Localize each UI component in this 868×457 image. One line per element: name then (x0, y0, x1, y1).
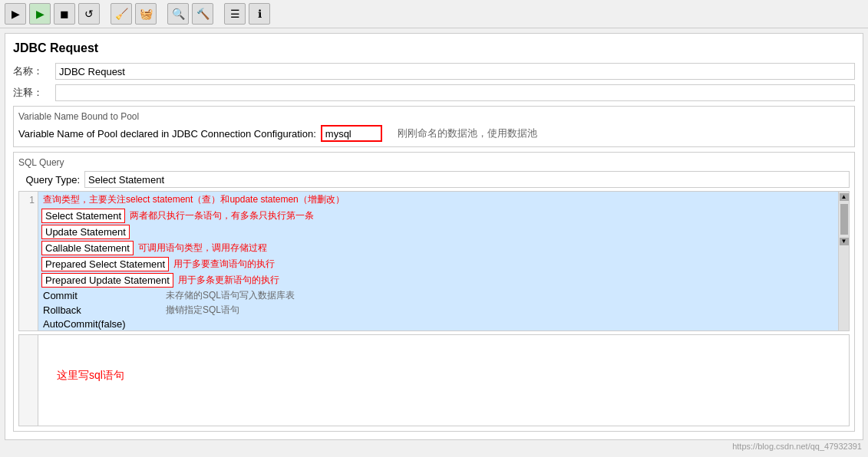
select-statement-item[interactable]: Select Statement (41, 209, 125, 223)
start-button[interactable]: ▶ (5, 3, 26, 25)
name-input[interactable] (55, 63, 855, 80)
info-button[interactable]: ℹ (249, 3, 270, 25)
prepared-update-row: Prepared Update Statement 用于多条更新语句的执行 (38, 272, 838, 288)
update-statement-row: Update Statement (38, 224, 838, 240)
scrollbar[interactable]: ▲ ▼ (838, 192, 849, 330)
editor-line-numbers (19, 335, 38, 426)
pool-row: Variable Name of Pool declared in JDBC C… (18, 125, 850, 142)
comment-input[interactable] (55, 84, 855, 101)
comment-label: 注释： (13, 86, 55, 100)
undo-button[interactable]: ↺ (78, 3, 100, 25)
update-statement-item[interactable]: Update Statement (41, 225, 130, 239)
line-numbers: 1 (19, 192, 38, 330)
prepared-select-item[interactable]: Prepared Select Statement (41, 257, 169, 271)
query-type-row: Query Type: Select Statement Update Stat… (18, 171, 850, 188)
start-green-button[interactable]: ▶ (29, 3, 51, 25)
rollback-item[interactable]: Rollback (43, 304, 166, 316)
select-statement-row: Select Statement 两者都只执行一条语句，有多条只执行第一条 (38, 208, 838, 224)
callable-statement-comment: 可调用语句类型，调用存储过程 (138, 242, 267, 255)
editor-content[interactable]: 这里写sql语句 (38, 335, 849, 426)
autocommit-item[interactable]: AutoCommit(false) (43, 318, 126, 330)
rollback-comment: 撤销指定SQL语句 (166, 304, 239, 317)
select-statement-comment: 两者都只执行一条语句，有多条只执行第一条 (130, 209, 314, 222)
hammer-button[interactable]: 🔨 (192, 3, 213, 25)
dropdown-list: 查询类型，主要关注select statement（查）和update stat… (38, 192, 838, 330)
autocommit-row: AutoCommit(false) (38, 317, 838, 330)
prepared-update-comment: 用于多条更新语句的执行 (178, 274, 279, 287)
annotation-query-type: 查询类型，主要关注select statement（查）和update stat… (38, 192, 838, 208)
commit-row: Commit 未存储的SQL语句写入数据库表 (38, 288, 838, 303)
pool-section: Variable Name Bound to Pool Variable Nam… (13, 106, 855, 147)
commit-comment: 未存储的SQL语句写入数据库表 (166, 289, 295, 302)
callable-statement-row: Callable Statement 可调用语句类型，调用存储过程 (38, 240, 838, 256)
prepared-select-comment: 用于多要查询语句的执行 (173, 258, 275, 271)
sql-section: SQL Query Query Type: Select Statement U… (13, 152, 855, 432)
watermark: https://blog.csdn.net/qq_47932391 (732, 442, 862, 445)
sql-editor[interactable]: 这里写sql语句 (18, 334, 850, 426)
pool-comment: 刚刚命名的数据池，使用数据池 (398, 127, 537, 140)
sql-placeholder-comment: 这里写sql语句 (41, 338, 846, 413)
pool-section-title: Variable Name Bound to Pool (18, 111, 850, 122)
rollback-row: Rollback 撤销指定SQL语句 (38, 303, 838, 317)
callable-statement-item[interactable]: Callable Statement (41, 241, 134, 255)
sql-section-title: SQL Query (18, 157, 850, 168)
query-type-select[interactable]: Select Statement Update Statement Callab… (84, 171, 850, 188)
dropdown-area: 1 查询类型，主要关注select statement（查）和update st… (18, 191, 850, 331)
prepared-update-item[interactable]: Prepared Update Statement (41, 273, 173, 288)
name-row: 名称： (13, 63, 855, 80)
prepared-select-row: Prepared Select Statement 用于多要查询语句的执行 (38, 256, 838, 272)
commit-item[interactable]: Commit (43, 290, 166, 301)
broom2-button[interactable]: 🧺 (135, 3, 157, 25)
query-type-label: Query Type: (18, 174, 80, 186)
name-label: 名称： (13, 64, 55, 78)
panel-title: JDBC Request (13, 41, 855, 55)
main-panel: JDBC Request 名称： 注释： Variable Name Bound… (5, 33, 863, 440)
list-button[interactable]: ☰ (224, 3, 246, 25)
pool-label: Variable Name of Pool declared in JDBC C… (18, 128, 316, 140)
broom-button[interactable]: 🧹 (111, 3, 132, 25)
query-type-wrapper: Select Statement Update Statement Callab… (84, 171, 850, 188)
comment-row: 注释： (13, 84, 855, 101)
stop-button[interactable]: ◼ (54, 3, 75, 25)
pool-input[interactable] (321, 125, 382, 142)
toolbar: ▶ ▶ ◼ ↺ 🧹 🧺 🔍 🔨 ☰ ℹ (0, 0, 868, 28)
binoculars-button[interactable]: 🔍 (167, 3, 189, 25)
